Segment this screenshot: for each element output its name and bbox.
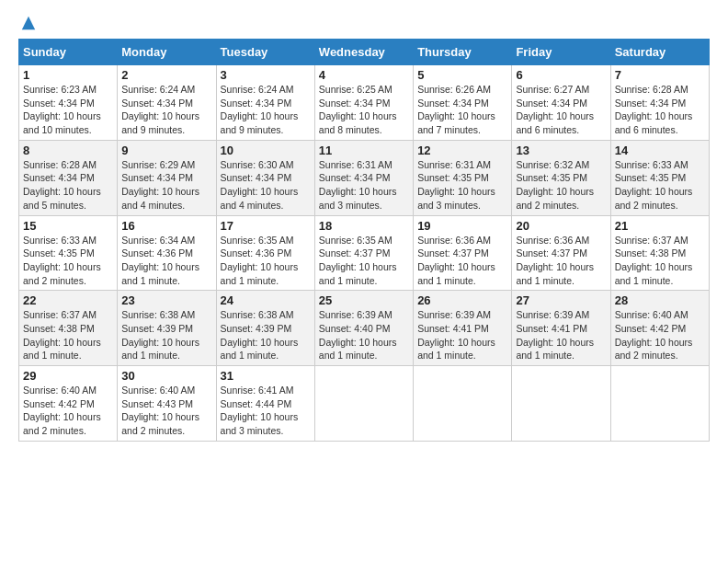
day-number: 19 <box>417 219 507 233</box>
day-info: Sunrise: 6:26 AM Sunset: 4:34 PM Dayligh… <box>417 83 507 137</box>
day-number: 11 <box>319 144 409 157</box>
day-info: Sunrise: 6:23 AM Sunset: 4:34 PM Dayligh… <box>23 83 113 137</box>
day-info: Sunrise: 6:41 AM Sunset: 4:44 PM Dayligh… <box>221 384 311 438</box>
day-cell: 29 Sunrise: 6:40 AM Sunset: 4:42 PM Dayl… <box>19 366 118 442</box>
day-cell: 22 Sunrise: 6:37 AM Sunset: 4:38 PM Dayl… <box>19 291 118 366</box>
day-number: 13 <box>516 144 606 157</box>
day-cell: 11 Sunrise: 6:31 AM Sunset: 4:34 PM Dayl… <box>314 140 413 215</box>
day-cell: 16 Sunrise: 6:34 AM Sunset: 4:36 PM Dayl… <box>118 215 216 291</box>
day-number: 24 <box>221 293 311 307</box>
day-number: 2 <box>121 68 211 82</box>
day-number: 18 <box>319 219 409 233</box>
day-header-saturday: Saturday <box>610 40 709 65</box>
week-row-5: 29 Sunrise: 6:40 AM Sunset: 4:42 PM Dayl… <box>19 366 710 442</box>
day-cell: 4 Sunrise: 6:25 AM Sunset: 4:34 PM Dayli… <box>314 65 413 141</box>
day-number: 27 <box>516 293 606 307</box>
day-info: Sunrise: 6:39 AM Sunset: 4:40 PM Dayligh… <box>319 308 409 362</box>
svg-marker-0 <box>22 17 35 29</box>
day-cell: 12 Sunrise: 6:31 AM Sunset: 4:35 PM Dayl… <box>414 140 512 215</box>
day-number: 7 <box>615 68 705 82</box>
calendar-header-row: SundayMondayTuesdayWednesdayThursdayFrid… <box>19 40 710 65</box>
day-number: 9 <box>121 144 211 157</box>
day-info: Sunrise: 6:32 AM Sunset: 4:35 PM Dayligh… <box>516 158 606 213</box>
day-info: Sunrise: 6:36 AM Sunset: 4:37 PM Dayligh… <box>417 234 507 288</box>
week-row-2: 8 Sunrise: 6:28 AM Sunset: 4:34 PM Dayli… <box>19 140 710 215</box>
day-header-tuesday: Tuesday <box>216 40 314 65</box>
day-cell: 28 Sunrise: 6:40 AM Sunset: 4:42 PM Dayl… <box>610 291 709 366</box>
day-number: 6 <box>516 68 606 82</box>
day-info: Sunrise: 6:31 AM Sunset: 4:34 PM Dayligh… <box>319 158 409 213</box>
day-cell: 6 Sunrise: 6:27 AM Sunset: 4:34 PM Dayli… <box>512 65 610 141</box>
day-cell: 1 Sunrise: 6:23 AM Sunset: 4:34 PM Dayli… <box>19 65 118 141</box>
day-cell: 21 Sunrise: 6:37 AM Sunset: 4:38 PM Dayl… <box>610 215 709 291</box>
day-cell: 18 Sunrise: 6:35 AM Sunset: 4:37 PM Dayl… <box>314 215 413 291</box>
day-cell: 19 Sunrise: 6:36 AM Sunset: 4:37 PM Dayl… <box>414 215 512 291</box>
day-number: 15 <box>23 219 113 233</box>
day-info: Sunrise: 6:29 AM Sunset: 4:34 PM Dayligh… <box>121 158 211 213</box>
day-cell: 7 Sunrise: 6:28 AM Sunset: 4:34 PM Dayli… <box>610 65 709 141</box>
day-info: Sunrise: 6:35 AM Sunset: 4:36 PM Dayligh… <box>221 234 311 288</box>
day-cell: 30 Sunrise: 6:40 AM Sunset: 4:43 PM Dayl… <box>118 366 216 442</box>
day-info: Sunrise: 6:34 AM Sunset: 4:36 PM Dayligh… <box>121 234 211 288</box>
day-info: Sunrise: 6:40 AM Sunset: 4:43 PM Dayligh… <box>121 384 211 438</box>
day-header-wednesday: Wednesday <box>314 40 413 65</box>
day-info: Sunrise: 6:39 AM Sunset: 4:41 PM Dayligh… <box>417 308 507 362</box>
day-number: 25 <box>319 293 409 307</box>
day-cell: 9 Sunrise: 6:29 AM Sunset: 4:34 PM Dayli… <box>118 140 216 215</box>
day-cell: 13 Sunrise: 6:32 AM Sunset: 4:35 PM Dayl… <box>512 140 610 215</box>
week-row-1: 1 Sunrise: 6:23 AM Sunset: 4:34 PM Dayli… <box>19 65 710 141</box>
day-info: Sunrise: 6:24 AM Sunset: 4:34 PM Dayligh… <box>121 83 211 137</box>
day-header-thursday: Thursday <box>414 40 512 65</box>
day-cell: 15 Sunrise: 6:33 AM Sunset: 4:35 PM Dayl… <box>19 215 118 291</box>
day-cell: 31 Sunrise: 6:41 AM Sunset: 4:44 PM Dayl… <box>216 366 314 442</box>
day-number: 28 <box>615 293 705 307</box>
header <box>18 15 710 31</box>
day-info: Sunrise: 6:37 AM Sunset: 4:38 PM Dayligh… <box>615 234 705 288</box>
day-number: 22 <box>23 293 113 307</box>
day-header-friday: Friday <box>512 40 610 65</box>
day-cell <box>314 366 413 442</box>
day-number: 31 <box>221 369 311 383</box>
day-info: Sunrise: 6:37 AM Sunset: 4:38 PM Dayligh… <box>23 308 113 362</box>
day-number: 29 <box>23 369 113 383</box>
day-header-monday: Monday <box>118 40 216 65</box>
day-number: 12 <box>417 144 507 157</box>
day-number: 20 <box>516 219 606 233</box>
day-cell: 23 Sunrise: 6:38 AM Sunset: 4:39 PM Dayl… <box>118 291 216 366</box>
day-info: Sunrise: 6:33 AM Sunset: 4:35 PM Dayligh… <box>23 234 113 288</box>
day-number: 1 <box>23 68 113 82</box>
week-row-4: 22 Sunrise: 6:37 AM Sunset: 4:38 PM Dayl… <box>19 291 710 366</box>
day-cell <box>610 366 709 442</box>
day-number: 21 <box>615 219 705 233</box>
day-header-sunday: Sunday <box>19 40 118 65</box>
day-info: Sunrise: 6:36 AM Sunset: 4:37 PM Dayligh… <box>516 234 606 288</box>
day-cell: 17 Sunrise: 6:35 AM Sunset: 4:36 PM Dayl… <box>216 215 314 291</box>
day-number: 8 <box>23 144 113 157</box>
day-info: Sunrise: 6:24 AM Sunset: 4:34 PM Dayligh… <box>221 83 311 137</box>
day-info: Sunrise: 6:31 AM Sunset: 4:35 PM Dayligh… <box>417 158 507 213</box>
day-cell <box>512 366 610 442</box>
day-cell: 26 Sunrise: 6:39 AM Sunset: 4:41 PM Dayl… <box>414 291 512 366</box>
day-cell: 3 Sunrise: 6:24 AM Sunset: 4:34 PM Dayli… <box>216 65 314 141</box>
day-info: Sunrise: 6:27 AM Sunset: 4:34 PM Dayligh… <box>516 83 606 137</box>
day-info: Sunrise: 6:33 AM Sunset: 4:35 PM Dayligh… <box>615 158 705 213</box>
day-cell: 20 Sunrise: 6:36 AM Sunset: 4:37 PM Dayl… <box>512 215 610 291</box>
day-number: 26 <box>417 293 507 307</box>
logo-icon <box>20 15 37 31</box>
day-number: 14 <box>615 144 705 157</box>
day-info: Sunrise: 6:40 AM Sunset: 4:42 PM Dayligh… <box>615 308 705 362</box>
day-number: 16 <box>121 219 211 233</box>
day-cell: 14 Sunrise: 6:33 AM Sunset: 4:35 PM Dayl… <box>610 140 709 215</box>
day-info: Sunrise: 6:35 AM Sunset: 4:37 PM Dayligh… <box>319 234 409 288</box>
day-info: Sunrise: 6:28 AM Sunset: 4:34 PM Dayligh… <box>23 158 113 213</box>
day-cell: 5 Sunrise: 6:26 AM Sunset: 4:34 PM Dayli… <box>414 65 512 141</box>
day-info: Sunrise: 6:28 AM Sunset: 4:34 PM Dayligh… <box>615 83 705 137</box>
day-number: 4 <box>319 68 409 82</box>
day-number: 3 <box>221 68 311 82</box>
day-cell: 8 Sunrise: 6:28 AM Sunset: 4:34 PM Dayli… <box>19 140 118 215</box>
calendar-table: SundayMondayTuesdayWednesdayThursdayFrid… <box>18 39 710 442</box>
day-info: Sunrise: 6:39 AM Sunset: 4:41 PM Dayligh… <box>516 308 606 362</box>
day-cell: 10 Sunrise: 6:30 AM Sunset: 4:34 PM Dayl… <box>216 140 314 215</box>
page: SundayMondayTuesdayWednesdayThursdayFrid… <box>0 0 728 563</box>
day-number: 30 <box>121 369 211 383</box>
